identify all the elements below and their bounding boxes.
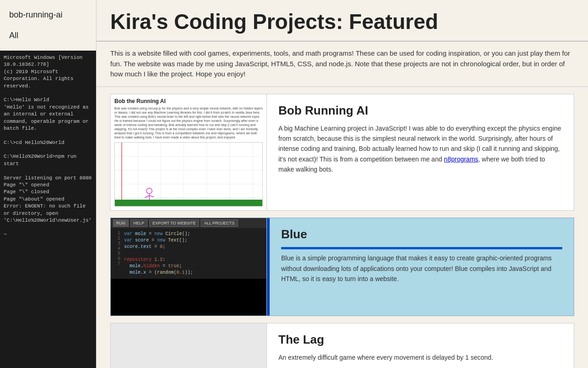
code-line-7: mole.x = (random(0.1));	[124, 270, 264, 276]
code-line-1: var mole = new Circle();	[124, 231, 264, 237]
code-line-6: mole.hidden = true;	[124, 263, 264, 270]
blue-project-title: Blue	[281, 227, 562, 242]
svg-line-14	[145, 196, 149, 198]
code-line-4	[124, 250, 264, 257]
bob-ground-bar	[115, 200, 262, 206]
code-line-5: repository 1.2:	[124, 257, 264, 263]
page-title: Kira's Coding Projects: Featured	[110, 9, 574, 34]
blue-editor: 1234567 var mole = new Circle(); var sco…	[111, 228, 266, 279]
project-card-blue: RUN HELP EXPORT TO WEBSITE ALL PROJECTS …	[110, 218, 574, 316]
blue-export-button[interactable]: EXPORT TO WEBSITE	[149, 219, 199, 227]
bob-project-desc: A big Machine Learning project in JavaSc…	[278, 123, 562, 175]
code-line-2: var score = new Text();	[124, 237, 264, 244]
lag-thumbnail	[111, 323, 267, 368]
terminal-display: Microsoft Windows [Version 10.0.18362.77…	[0, 51, 96, 368]
blue-project-desc: Blue is a simple programming language th…	[281, 253, 562, 284]
sidebar: bob-running-ai All Microsoft Windows [Ve…	[0, 0, 96, 368]
page-description: This is a website filled with cool games…	[96, 41, 588, 87]
blue-run-button[interactable]: RUN	[113, 219, 129, 227]
code-line-3: score.text = 0;	[124, 244, 264, 250]
blue-project-info: Blue Blue is a simple programming langua…	[270, 218, 574, 316]
blue-title-underbar	[281, 247, 562, 249]
svg-point-12	[147, 188, 152, 194]
project-card-bob: Bob the Running AI Bob was created using…	[110, 94, 574, 211]
blue-toolbar: RUN HELP EXPORT TO WEBSITE ALL PROJECTS	[111, 218, 266, 228]
bob-card-header: Bob the Running AI	[114, 98, 263, 104]
blue-thumbnail: RUN HELP EXPORT TO WEBSITE ALL PROJECTS …	[111, 218, 267, 316]
sidebar-item-featured[interactable]: bob-running-ai	[0, 5, 96, 25]
blue-code-content: var mole = new Circle(); var score = new…	[124, 231, 264, 276]
bob-project-info: Bob Running AI A big Machine Learning pr…	[267, 94, 574, 211]
blue-line-numbers: 1234567	[113, 231, 120, 276]
lag-project-info: The Lag An extremely difficult game wher…	[267, 323, 574, 368]
blue-all-projects-button[interactable]: ALL PROJECTS	[201, 219, 237, 227]
project-card-lag: The Lag An extremely difficult game wher…	[110, 323, 574, 368]
bob-thumbnail: Bob the Running AI Bob was created using…	[111, 94, 267, 211]
n8programs-link[interactable]: n8programs	[444, 155, 478, 163]
bob-canvas	[114, 142, 263, 207]
bob-card-small-desc: Bob was created using neruop.js for the …	[114, 106, 263, 140]
blue-preview-pane	[111, 279, 266, 316]
bob-project-title: Bob Running AI	[278, 104, 562, 118]
blue-help-button[interactable]: HELP	[130, 219, 148, 227]
lag-project-title: The Lag	[278, 333, 562, 347]
sidebar-navigation: bob-running-ai All	[0, 0, 96, 51]
svg-line-15	[149, 196, 154, 197]
main-content: Kira's Coding Projects: Featured This is…	[96, 0, 588, 368]
lag-project-desc: An extremely difficult game where every …	[278, 352, 562, 362]
page-header: Kira's Coding Projects: Featured	[96, 0, 588, 41]
sidebar-item-all[interactable]: All	[0, 25, 96, 46]
bob-grid-svg	[115, 143, 262, 206]
